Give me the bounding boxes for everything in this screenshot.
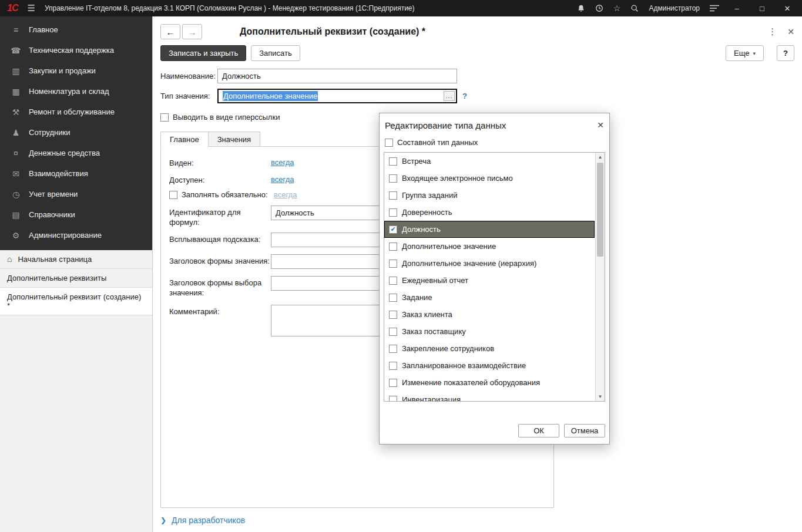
ok-button[interactable]: ОК [518, 424, 559, 437]
sidebar-item-main[interactable]: ≡Главное [0, 19, 152, 40]
type-list-item-label: Группа заданий [402, 191, 458, 200]
nav-item-addl-attrs[interactable]: Дополнительные реквизиты [0, 269, 152, 288]
scroll-down-icon[interactable]: ▼ [596, 392, 605, 401]
favorites-icon[interactable]: ☆ [613, 4, 621, 13]
developers-link[interactable]: ❯ Для разработчиков [160, 516, 794, 525]
choose-type-button[interactable]: ... [444, 91, 455, 101]
cancel-button[interactable]: Отмена [564, 424, 605, 437]
close-window-button[interactable]: ✕ [780, 4, 795, 13]
available-label: Доступен: [169, 173, 271, 185]
save-button[interactable]: Записать [251, 45, 300, 61]
type-list-item[interactable]: ✔Должность [384, 221, 595, 238]
type-list-item[interactable]: Группа заданий [384, 187, 595, 204]
sidebar-item-repair[interactable]: ⚒Ремонт и обслуживание [0, 102, 152, 122]
checkbox-icon[interactable] [389, 379, 397, 387]
scrollbar[interactable]: ▲ ▼ [595, 153, 605, 401]
choice-form-title-label: Заголовок формы выбора значения: [169, 276, 271, 298]
tooltip-label: Всплывающая подсказка: [169, 233, 271, 244]
maximize-button[interactable]: □ [754, 4, 770, 13]
value-form-title-label: Заголовок формы значения: [169, 254, 271, 266]
required-value-link[interactable]: всегда [274, 190, 297, 199]
tab-main[interactable]: Главное [160, 132, 209, 147]
more-menu-icon[interactable]: ⋮ [768, 26, 777, 37]
checkbox-icon[interactable] [389, 277, 397, 285]
history-icon[interactable] [595, 4, 603, 12]
checkbox-icon[interactable] [389, 396, 397, 402]
nav-item-addl-attr-new[interactable]: Дополнительный реквизит (создание) * [0, 288, 152, 315]
available-value-link[interactable]: всегда [271, 173, 294, 184]
checkbox-icon[interactable] [389, 362, 397, 370]
composite-type-checkbox[interactable] [385, 139, 393, 147]
name-label: Наименование: [160, 72, 217, 80]
name-input[interactable]: Должность [217, 69, 457, 83]
close-form-icon[interactable]: ✕ [787, 27, 794, 36]
value-type-input[interactable]: Дополнительное значение ... [217, 89, 457, 103]
composite-type-label: Составной тип данных [397, 138, 478, 147]
checkbox-icon[interactable] [389, 260, 397, 268]
type-list-item[interactable]: Задание [384, 289, 595, 306]
current-user[interactable]: Администратор [649, 4, 700, 12]
money-icon: ¤ [11, 149, 21, 158]
type-list-item-label: Ежедневный отчет [402, 276, 468, 285]
notifications-icon[interactable] [577, 4, 585, 12]
hamburger-menu-icon[interactable]: ☰ [27, 3, 35, 14]
search-icon[interactable] [630, 4, 639, 12]
type-list-item[interactable]: Встреча [384, 153, 595, 170]
nav-item-home[interactable]: ⌂Начальная страница [0, 250, 152, 269]
checkbox-icon[interactable] [389, 345, 397, 353]
sidebar-item-label: Денежные средства [29, 149, 100, 157]
sidebar-item-warehouse[interactable]: ▦Номенклатура и склад [0, 81, 152, 102]
sidebar-item-catalogs[interactable]: ▤Справочники [0, 204, 152, 225]
sidebar-item-money[interactable]: ¤Денежные средства [0, 143, 152, 163]
sidebar-item-employees[interactable]: ♟Сотрудники [0, 122, 152, 143]
type-list-item[interactable]: Инвентаризация [384, 391, 595, 402]
checkbox-icon[interactable] [389, 294, 397, 302]
selected-text: Дополнительное значение [223, 91, 318, 101]
sidebar-item-administration[interactable]: ⚙Администрирование [0, 225, 152, 245]
type-list-item-label: Входящее электронное письмо [402, 174, 513, 183]
type-list-item-label: Закрепление сотрудников [402, 344, 494, 353]
type-list-item[interactable]: Изменение показателей оборудования [384, 374, 595, 391]
checkbox-icon[interactable] [389, 174, 397, 183]
type-list-item[interactable]: Заказ поставщику [384, 323, 595, 340]
type-list-item[interactable]: Заказ клиента [384, 306, 595, 323]
type-list-item[interactable]: Дополнительное значение (иерархия) [384, 255, 595, 272]
checkbox-icon[interactable] [389, 243, 397, 251]
scrollbar-thumb[interactable] [597, 163, 603, 257]
sidebar-item-timetracking[interactable]: ◷Учет времени [0, 184, 152, 204]
checkbox-icon[interactable] [389, 311, 397, 319]
scroll-up-icon[interactable]: ▲ [596, 153, 605, 161]
sidebar-item-support[interactable]: ☎Техническая поддержка [0, 40, 152, 60]
required-checkbox[interactable] [169, 191, 177, 199]
dialog-title: Редактирование типа данных [385, 120, 506, 130]
type-list-item[interactable]: Закрепление сотрудников [384, 340, 595, 357]
type-list-item[interactable]: Запланированное взаимодействие [384, 357, 595, 374]
forward-button[interactable]: → [182, 24, 202, 39]
type-list-item[interactable]: Дополнительное значение [384, 238, 595, 255]
tab-values[interactable]: Значения [208, 132, 260, 147]
hyperlink-checkbox[interactable] [160, 113, 169, 122]
minimize-button[interactable]: – [729, 4, 744, 13]
checkbox-icon[interactable] [389, 208, 397, 217]
type-help-link[interactable]: ? [462, 92, 467, 100]
checkbox-icon[interactable] [389, 328, 397, 336]
dialog-close-icon[interactable]: ✕ [597, 120, 604, 130]
help-button[interactable]: ? [777, 45, 794, 61]
type-list-item-label: Доверенность [402, 208, 452, 217]
service-menu-icon[interactable] [710, 5, 719, 12]
type-list-item[interactable]: Входящее электронное письмо [384, 170, 595, 187]
checkbox-checked-icon[interactable]: ✔ [389, 225, 397, 234]
visible-value-link[interactable]: всегда [271, 156, 294, 167]
back-button[interactable]: ← [160, 24, 180, 39]
more-button[interactable]: Еще▾ [726, 45, 764, 61]
save-and-close-button[interactable]: Записать и закрыть [160, 45, 246, 61]
sidebar-item-interactions[interactable]: ✉Взаимодействия [0, 163, 152, 184]
checkbox-icon[interactable] [389, 157, 397, 166]
type-list-item[interactable]: Ежедневный отчет [384, 272, 595, 289]
sidebar-item-purchases[interactable]: ▥Закупки и продажи [0, 60, 152, 81]
checkbox-icon[interactable] [389, 191, 397, 200]
purchases-icon: ▥ [11, 66, 21, 76]
type-list-item[interactable]: Доверенность [384, 204, 595, 221]
type-list-item-label: Дополнительное значение (иерархия) [402, 259, 536, 268]
visible-label: Виден: [169, 156, 271, 168]
